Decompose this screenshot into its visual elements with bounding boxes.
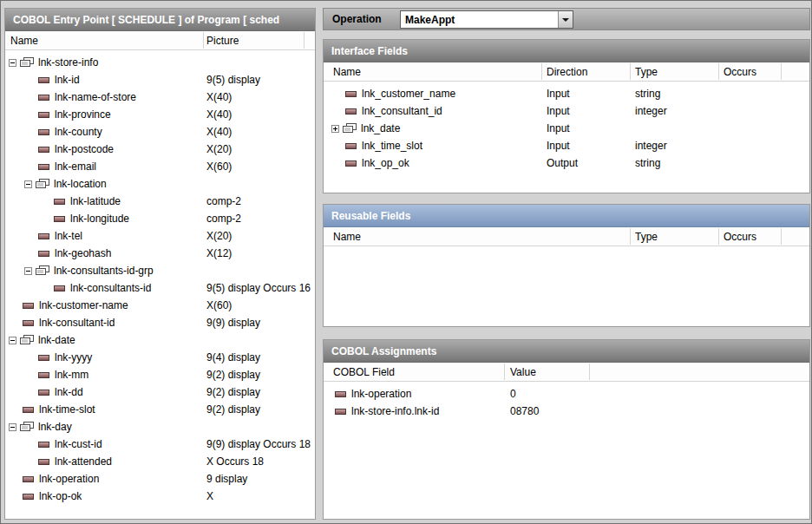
tree-row[interactable]: lnk-consultant-id9(9) display (5, 314, 315, 331)
tree-row[interactable]: lnk-mm9(2) display (5, 366, 315, 383)
expand-minus-icon[interactable] (9, 337, 16, 344)
interface-field-row[interactable]: lnk_consultant_idInputinteger (324, 102, 809, 120)
item-label: lnk-consultants-id-grp (54, 265, 154, 277)
assignment-row[interactable]: lnk-operation0 (324, 385, 809, 403)
column-header-cobol-field[interactable]: COBOL Field (333, 366, 395, 378)
interface-fields-body: lnk_customer_nameInputstringlnk_consulta… (324, 82, 809, 172)
column-header-occurs[interactable]: Occurs (724, 66, 756, 78)
column-header-name[interactable]: Name (333, 231, 361, 243)
expand-minus-icon[interactable] (24, 267, 32, 275)
item-label: lnk-op-ok (39, 490, 82, 502)
interface-fields-title: Interface Fields (324, 40, 809, 62)
item-label: lnk_time_slot (362, 140, 422, 152)
expand-minus-icon[interactable] (24, 180, 32, 188)
data-item-icon (38, 77, 49, 83)
column-header-name[interactable]: Name (333, 66, 361, 78)
item-label: lnk-id (55, 74, 80, 86)
item-picture: X (206, 488, 213, 505)
tree-row[interactable]: lnk-consultants-id-grp (5, 262, 315, 279)
item-label: lnk-date (38, 334, 75, 346)
tree-row[interactable]: lnk-emailX(60) (5, 158, 315, 175)
tree-row[interactable]: lnk-longitudecomp-2 (5, 210, 315, 227)
tree-row[interactable]: lnk-dd9(2) display (5, 383, 315, 401)
column-header-name[interactable]: Name (10, 35, 38, 47)
interface-field-row[interactable]: lnk_customer_nameInputstring (324, 85, 809, 102)
interface-field-row[interactable]: lnk_op_okOutputstring (324, 154, 809, 172)
data-item-icon (345, 160, 357, 167)
tree-row[interactable]: lnk-attendedX Occurs 18 (5, 453, 315, 470)
column-header-picture[interactable]: Picture (206, 35, 239, 47)
tree-row[interactable]: lnk-customer-nameX(60) (5, 297, 315, 314)
item-label: lnk-consultants-id (70, 282, 151, 294)
data-item-icon (345, 143, 357, 149)
tree-row[interactable]: lnk-op-okX (5, 488, 315, 505)
tree-row[interactable]: lnk-cust-id9(9) display Occurs 18 (5, 436, 315, 453)
column-separator (304, 32, 304, 49)
field-type: string (635, 85, 660, 102)
tree-row[interactable]: lnk-operation9 display (5, 470, 315, 488)
column-separator (504, 364, 505, 380)
field-direction: Output (547, 154, 578, 172)
column-header-occurs[interactable]: Occurs (724, 231, 756, 243)
item-picture: 9(5) display Occurs 16 (206, 279, 311, 297)
data-item-icon (38, 390, 49, 396)
data-item-icon (335, 409, 346, 415)
data-item-icon (23, 407, 34, 413)
cobol-assignments-body: lnk-operation0lnk-store-info.lnk-id08780 (324, 382, 809, 420)
item-label: lnk_consultant_id (362, 105, 442, 117)
data-item-icon (38, 164, 49, 170)
interface-field-row[interactable]: lnk_dateInput (324, 120, 809, 137)
interface-field-row[interactable]: lnk_time_slotInputinteger (324, 137, 809, 154)
field-direction: Input (547, 120, 570, 137)
reusable-fields-title: Reusable Fields (324, 205, 809, 227)
operation-dropdown[interactable]: MakeAppt (400, 10, 573, 29)
tree-row[interactable]: lnk-provinceX(40) (5, 106, 315, 123)
tree-row[interactable]: lnk-telX(20) (5, 227, 315, 245)
item-picture: X(12) (206, 245, 232, 262)
item-label: lnk-store-info (38, 56, 98, 69)
tree-row[interactable]: lnk-date (5, 331, 315, 349)
expand-plus-icon[interactable] (331, 125, 339, 133)
column-separator (203, 32, 204, 49)
expand-minus-icon[interactable] (9, 423, 16, 431)
cobol-assignments-title: COBOL Assignments (324, 340, 809, 363)
column-header-direction[interactable]: Direction (547, 66, 587, 78)
item-picture: comp-2 (206, 210, 241, 227)
item-picture: X(20) (206, 227, 232, 245)
item-label: lnk-location (54, 178, 107, 190)
tree-row[interactable]: lnk-time-slot9(2) display (5, 401, 315, 418)
expand-minus-icon[interactable] (9, 59, 16, 67)
item-label: lnk-mm (55, 369, 88, 381)
item-label: lnk_op_ok (362, 157, 409, 169)
tree-row[interactable]: lnk-store-info (5, 54, 315, 71)
tree-row[interactable]: lnk-countyX(40) (5, 123, 315, 141)
item-label: lnk-attended (55, 455, 112, 468)
column-separator (630, 63, 631, 80)
column-separator (718, 228, 719, 245)
tree-row[interactable]: lnk-geohashX(12) (5, 245, 315, 262)
tree-row[interactable]: lnk-name-of-storeX(40) (5, 88, 315, 106)
tree-row[interactable]: lnk-location (5, 175, 315, 193)
chevron-down-icon (562, 18, 569, 22)
column-header-type[interactable]: Type (635, 66, 658, 78)
column-header-type[interactable]: Type (635, 231, 658, 243)
item-label: lnk-consultant-id (39, 317, 115, 329)
tree-row[interactable]: lnk-id9(5) display (5, 71, 315, 88)
data-item-icon (38, 251, 49, 257)
assignments-column-header: COBOL Field Value (324, 363, 809, 382)
column-header-value[interactable]: Value (510, 366, 536, 378)
tree-row[interactable]: lnk-latitudecomp-2 (5, 193, 315, 210)
item-label: lnk-email (55, 160, 96, 173)
tree-row[interactable]: lnk-postcodeX(20) (5, 141, 315, 158)
field-type: integer (635, 137, 667, 154)
assignment-row[interactable]: lnk-store-info.lnk-id08780 (324, 403, 809, 420)
item-label: lnk-dd (55, 386, 83, 398)
dropdown-button[interactable] (558, 11, 573, 28)
tree-row[interactable]: lnk-yyyy9(4) display (5, 349, 315, 366)
tree-row[interactable]: lnk-day (5, 418, 315, 436)
item-picture: X(60) (206, 158, 232, 175)
tree-row[interactable]: lnk-consultants-id9(5) display Occurs 16 (5, 279, 315, 297)
item-picture: X(40) (206, 88, 232, 106)
item-picture: X(40) (206, 123, 232, 141)
data-item-icon (54, 216, 65, 222)
